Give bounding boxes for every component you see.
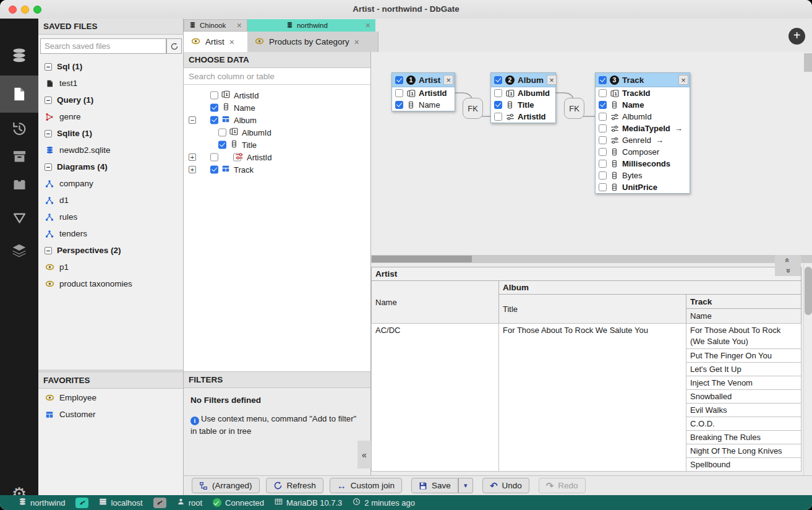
checkbox[interactable]	[494, 76, 502, 84]
grid-cell-track[interactable]: Breaking The Rules	[686, 430, 801, 444]
close-icon[interactable]	[547, 75, 557, 85]
saved-file-test1[interactable]: test1	[38, 75, 183, 92]
tree-row-albumid[interactable]: 1 AlbumId	[184, 126, 370, 139]
add-tab-button[interactable]	[788, 28, 805, 45]
close-icon[interactable]	[365, 21, 370, 30]
grid-cell-album-title[interactable]: For Those About To Rock We Salute You	[498, 323, 686, 472]
diagram-table-header[interactable]: 3 Track	[596, 73, 690, 87]
collapse-icon[interactable]	[189, 116, 196, 124]
grid-cell-track[interactable]: For Those About To Rock (We Salute You)	[686, 323, 801, 349]
databases-rail-button[interactable]	[0, 45, 38, 66]
grid-cell-track[interactable]: Put The Finger On You	[686, 348, 801, 363]
close-icon[interactable]	[229, 38, 234, 46]
undo-button[interactable]: Undo	[482, 478, 529, 493]
close-icon[interactable]	[354, 38, 359, 46]
checkbox[interactable]	[494, 89, 502, 97]
diagram-column-mediatypeid-fk[interactable]: MediaTypeId→	[596, 123, 690, 134]
checkbox[interactable]	[599, 171, 607, 179]
grid-column-header-track-name[interactable]: Name	[686, 308, 801, 324]
diagram-table-album[interactable]: 2 Album 1AlbumId Title ArtistId	[490, 72, 556, 123]
favorites-rail-button[interactable]	[0, 173, 38, 194]
saved-files-section-query[interactable]: Query (1)	[38, 92, 183, 108]
diagram-table-artist[interactable]: 1 Artist 1ArtistId Name	[391, 72, 455, 111]
tree-row-title[interactable]: Title	[184, 139, 370, 151]
close-icon[interactable]	[678, 75, 688, 85]
reference-arrow-icon[interactable]: →	[656, 136, 664, 145]
favorite-customer[interactable]: Customer	[38, 406, 183, 423]
grid-cell-track[interactable]: Let's Get It Up	[686, 362, 801, 376]
checkbox[interactable]	[395, 89, 403, 97]
diagram-column-albumid[interactable]: 1AlbumId	[491, 87, 555, 99]
expand-icon[interactable]	[189, 166, 196, 173]
diagram-table-track[interactable]: 3 Track 1TrackId Name AlbumId MediaTypeI…	[595, 72, 690, 194]
checkbox[interactable]	[395, 101, 403, 109]
diagram-column-name[interactable]: Name	[392, 99, 455, 111]
checkbox[interactable]	[599, 76, 607, 84]
grid-cell-artist-name[interactable]: AC/DC	[371, 323, 499, 472]
diagram-table-header[interactable]: 2 Album	[491, 73, 555, 87]
arranged-button[interactable]: (Arranged)	[192, 478, 260, 493]
diagram-column-unitprice[interactable]: UnitPrice	[596, 181, 690, 193]
archive-rail-button[interactable]	[0, 145, 38, 166]
saved-file-tenders[interactable]: tenders	[38, 225, 183, 242]
tree-row-name[interactable]: Name	[184, 102, 370, 114]
file-tab-artist[interactable]: Artist	[184, 32, 247, 52]
file-tab-products-by-category[interactable]: Products by Category	[247, 32, 378, 52]
tree-row-artistid-fk[interactable]: ArtistId	[184, 151, 370, 163]
tree-row-album[interactable]: Album	[184, 114, 370, 126]
diagram-column-albumid-fk[interactable]: AlbumId	[596, 111, 690, 123]
checkbox[interactable]	[210, 104, 218, 112]
checkbox[interactable]	[599, 89, 607, 97]
history-rail-button[interactable]	[0, 118, 38, 139]
chevron-double-down-icon[interactable]	[775, 266, 801, 276]
choose-data-search-input[interactable]	[184, 68, 370, 85]
checkbox[interactable]	[218, 141, 226, 149]
close-icon[interactable]	[443, 75, 453, 85]
saved-file-genre[interactable]: genre	[38, 108, 183, 125]
saved-file-company[interactable]: company	[38, 175, 183, 192]
diagram-column-trackid[interactable]: 1TrackId	[596, 87, 690, 99]
custom-join-button[interactable]: Custom join	[330, 478, 402, 493]
grid-cell-track[interactable]: Inject The Venom	[686, 376, 801, 390]
filter-rail-button[interactable]	[0, 207, 38, 228]
grid-group-header-album[interactable]: Album	[498, 280, 801, 295]
status-user[interactable]: root	[177, 498, 202, 508]
saved-files-section-sql[interactable]: Sql (1)	[38, 58, 183, 75]
status-server[interactable]: localhost	[99, 498, 142, 508]
saved-file-d1[interactable]: d1	[38, 192, 183, 209]
checkbox[interactable]	[599, 136, 607, 144]
checkbox[interactable]	[599, 101, 607, 109]
grid-cell-track[interactable]: Evil Walks	[686, 403, 801, 417]
saved-file-p1[interactable]: p1	[38, 259, 183, 275]
grid-column-header-name[interactable]: Name	[371, 280, 499, 324]
checkbox[interactable]	[210, 92, 218, 100]
saved-file-rules[interactable]: rules	[38, 209, 183, 225]
collapse-icon[interactable]	[45, 63, 52, 71]
diagram-vertical-scrollbar-thumb[interactable]	[804, 53, 812, 72]
refresh-button[interactable]: Refresh	[266, 478, 323, 493]
expand-icon[interactable]	[189, 153, 196, 161]
checkbox[interactable]	[599, 160, 607, 168]
tree-row-track[interactable]: Track	[184, 163, 370, 176]
diagram-table-header[interactable]: 1 Artist	[392, 73, 455, 87]
grid-column-header-title[interactable]: Title	[498, 294, 686, 324]
diagram-column-name[interactable]: Name	[596, 99, 690, 111]
layers-rail-button[interactable]	[0, 240, 38, 261]
collapse-icon[interactable]	[45, 163, 52, 171]
saved-file-newdb2[interactable]: newdb2.sqlite	[38, 142, 183, 158]
checkbox[interactable]	[599, 124, 607, 132]
grid-cell-track[interactable]: Snowballed	[686, 389, 801, 404]
save-button[interactable]: Save	[411, 478, 458, 493]
checkbox[interactable]	[210, 116, 218, 124]
diagram-column-title[interactable]: Title	[491, 99, 555, 111]
diagram-column-milliseconds[interactable]: Milliseconds	[596, 158, 690, 170]
diagram-column-bytes[interactable]: Bytes	[596, 170, 690, 181]
checkbox[interactable]	[210, 166, 218, 174]
collapse-icon[interactable]	[45, 97, 52, 104]
diagram-column-genreid-fk[interactable]: GenreId→	[596, 134, 690, 146]
saved-files-section-perspectives[interactable]: Perspectives (2)	[38, 242, 183, 259]
saved-files-section-sqlite[interactable]: Sqlite (1)	[38, 125, 183, 142]
database-tab-northwind[interactable]: northwind	[247, 19, 375, 32]
checkbox[interactable]	[599, 113, 607, 121]
reference-arrow-icon[interactable]: →	[675, 124, 683, 133]
